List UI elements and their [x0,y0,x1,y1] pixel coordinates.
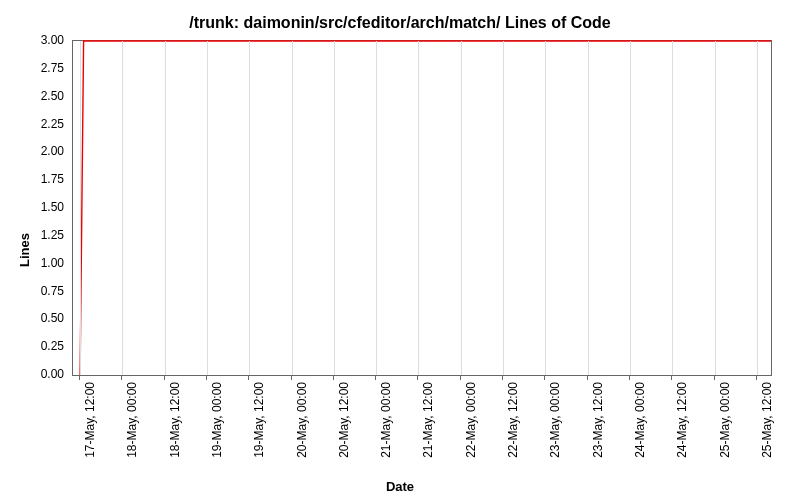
x-tick-label: 25-May, 00:00 [718,382,732,458]
x-tick-label: 21-May, 00:00 [379,382,393,458]
y-tick-label: 0.00 [41,367,64,381]
x-tick-label: 20-May, 12:00 [337,382,351,458]
gridline [461,41,462,375]
y-tick-label: 1.50 [41,200,64,214]
y-tick-label: 1.00 [41,256,64,270]
x-tick-label: 18-May, 00:00 [125,382,139,458]
gridline [588,41,589,375]
x-tick-label: 23-May, 12:00 [591,382,605,458]
y-tick-label: 2.50 [41,89,64,103]
gridline [503,41,504,375]
gridline [80,41,81,375]
y-tick-label: 3.00 [41,33,64,47]
y-tick-label: 2.75 [41,61,64,75]
gridline [715,41,716,375]
x-tick-label: 19-May, 00:00 [210,382,224,458]
y-tick-label: 2.00 [41,144,64,158]
gridline [757,41,758,375]
gridline [545,41,546,375]
gridline [122,41,123,375]
plot-area [72,40,772,376]
x-tick-label: 24-May, 00:00 [633,382,647,458]
x-tick-label: 21-May, 12:00 [421,382,435,458]
x-tick-label: 24-May, 12:00 [675,382,689,458]
y-tick-labels: 0.000.250.500.751.001.251.501.752.002.25… [0,40,68,376]
data-line-svg [73,41,771,375]
x-tick-label: 17-May, 12:00 [83,382,97,458]
gridline [672,41,673,375]
gridline [165,41,166,375]
y-tick-label: 1.25 [41,228,64,242]
y-tick-label: 0.75 [41,284,64,298]
y-tick-label: 0.50 [41,311,64,325]
gridline [207,41,208,375]
x-tick-labels: 17-May, 12:0018-May, 00:0018-May, 12:001… [72,376,772,476]
gridline [292,41,293,375]
x-tick-label: 23-May, 00:00 [548,382,562,458]
x-tick-label: 22-May, 12:00 [506,382,520,458]
x-tick-label: 25-May, 12:00 [760,382,774,458]
gridline [630,41,631,375]
x-tick-label: 18-May, 12:00 [168,382,182,458]
y-tick-label: 1.75 [41,172,64,186]
x-axis-label: Date [0,479,800,494]
x-tick-label: 19-May, 12:00 [252,382,266,458]
y-tick-label: 0.25 [41,339,64,353]
gridline [249,41,250,375]
gridline [334,41,335,375]
y-tick-label: 2.25 [41,117,64,131]
x-tick-label: 22-May, 00:00 [464,382,478,458]
chart-title: /trunk: daimonin/src/cfeditor/arch/match… [0,14,800,32]
gridline [418,41,419,375]
x-tick-label: 20-May, 00:00 [295,382,309,458]
chart-container: /trunk: daimonin/src/cfeditor/arch/match… [0,0,800,500]
gridline [376,41,377,375]
